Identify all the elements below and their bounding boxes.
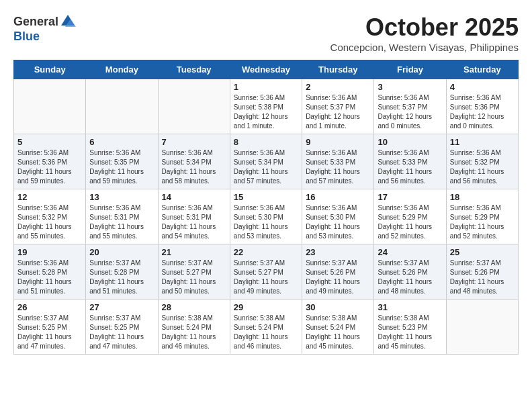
col-header-friday: Friday	[374, 60, 446, 79]
day-info: Sunrise: 5:36 AM Sunset: 5:32 PM Dayligh…	[450, 148, 515, 186]
calendar-cell: 5Sunrise: 5:36 AM Sunset: 5:36 PM Daylig…	[14, 134, 86, 189]
day-info: Sunrise: 5:37 AM Sunset: 5:26 PM Dayligh…	[450, 259, 515, 296]
calendar-cell: 2Sunrise: 5:36 AM Sunset: 5:37 PM Daylig…	[302, 79, 374, 134]
day-info: Sunrise: 5:36 AM Sunset: 5:30 PM Dayligh…	[306, 203, 370, 241]
day-info: Sunrise: 5:37 AM Sunset: 5:28 PM Dayligh…	[89, 259, 154, 296]
calendar-cell	[446, 300, 518, 355]
calendar-cell: 9Sunrise: 5:36 AM Sunset: 5:33 PM Daylig…	[302, 134, 374, 189]
day-number: 26	[17, 302, 82, 312]
calendar-cell: 16Sunrise: 5:36 AM Sunset: 5:30 PM Dayli…	[302, 189, 374, 244]
day-number: 16	[306, 192, 370, 202]
day-number: 3	[378, 82, 442, 92]
calendar-cell: 25Sunrise: 5:37 AM Sunset: 5:26 PM Dayli…	[446, 244, 518, 300]
calendar-cell: 12Sunrise: 5:36 AM Sunset: 5:32 PM Dayli…	[14, 189, 86, 244]
day-info: Sunrise: 5:36 AM Sunset: 5:36 PM Dayligh…	[17, 148, 82, 186]
day-info: Sunrise: 5:37 AM Sunset: 5:27 PM Dayligh…	[162, 259, 226, 296]
day-info: Sunrise: 5:36 AM Sunset: 5:35 PM Dayligh…	[89, 148, 154, 186]
col-header-thursday: Thursday	[302, 60, 374, 79]
calendar-cell: 19Sunrise: 5:36 AM Sunset: 5:28 PM Dayli…	[14, 244, 86, 300]
calendar-cell: 24Sunrise: 5:37 AM Sunset: 5:26 PM Dayli…	[374, 244, 446, 300]
calendar-cell: 10Sunrise: 5:36 AM Sunset: 5:33 PM Dayli…	[374, 134, 446, 189]
day-number: 17	[378, 192, 442, 202]
day-number: 6	[89, 137, 154, 147]
day-info: Sunrise: 5:36 AM Sunset: 5:31 PM Dayligh…	[89, 203, 154, 241]
day-number: 5	[17, 137, 82, 147]
day-number: 22	[234, 247, 298, 257]
calendar-cell: 20Sunrise: 5:37 AM Sunset: 5:28 PM Dayli…	[86, 244, 158, 300]
calendar-cell: 1Sunrise: 5:36 AM Sunset: 5:38 PM Daylig…	[230, 79, 302, 134]
day-number: 30	[306, 302, 370, 312]
day-number: 18	[450, 192, 515, 202]
calendar-cell: 15Sunrise: 5:36 AM Sunset: 5:30 PM Dayli…	[230, 189, 302, 244]
calendar-cell: 6Sunrise: 5:36 AM Sunset: 5:35 PM Daylig…	[86, 134, 158, 189]
day-number: 14	[162, 192, 226, 202]
day-number: 2	[306, 82, 370, 92]
day-number: 13	[89, 192, 154, 202]
day-number: 19	[17, 247, 82, 257]
week-row-4: 19Sunrise: 5:36 AM Sunset: 5:28 PM Dayli…	[14, 244, 519, 300]
day-number: 25	[450, 247, 515, 257]
week-row-3: 12Sunrise: 5:36 AM Sunset: 5:32 PM Dayli…	[14, 189, 519, 244]
logo-general: General	[13, 15, 58, 29]
calendar-cell: 13Sunrise: 5:36 AM Sunset: 5:31 PM Dayli…	[86, 189, 158, 244]
calendar-cell: 31Sunrise: 5:38 AM Sunset: 5:23 PM Dayli…	[374, 300, 446, 355]
calendar-cell: 14Sunrise: 5:36 AM Sunset: 5:31 PM Dayli…	[158, 189, 230, 244]
calendar-cell: 11Sunrise: 5:36 AM Sunset: 5:32 PM Dayli…	[446, 134, 518, 189]
day-info: Sunrise: 5:36 AM Sunset: 5:34 PM Dayligh…	[234, 148, 298, 186]
logo-blue: Blue	[13, 30, 40, 44]
week-row-1: 1Sunrise: 5:36 AM Sunset: 5:38 PM Daylig…	[14, 79, 519, 134]
day-info: Sunrise: 5:38 AM Sunset: 5:24 PM Dayligh…	[306, 314, 370, 351]
calendar-cell: 21Sunrise: 5:37 AM Sunset: 5:27 PM Dayli…	[158, 244, 230, 300]
calendar-cell: 4Sunrise: 5:36 AM Sunset: 5:36 PM Daylig…	[446, 79, 518, 134]
day-number: 9	[306, 137, 370, 147]
week-row-2: 5Sunrise: 5:36 AM Sunset: 5:36 PM Daylig…	[14, 134, 519, 189]
day-info: Sunrise: 5:36 AM Sunset: 5:31 PM Dayligh…	[162, 203, 226, 241]
calendar-cell: 3Sunrise: 5:36 AM Sunset: 5:37 PM Daylig…	[374, 79, 446, 134]
day-number: 10	[378, 137, 442, 147]
day-info: Sunrise: 5:36 AM Sunset: 5:32 PM Dayligh…	[17, 203, 82, 241]
day-number: 24	[378, 247, 442, 257]
day-info: Sunrise: 5:36 AM Sunset: 5:33 PM Dayligh…	[306, 148, 370, 186]
day-number: 8	[234, 137, 298, 147]
calendar-cell: 30Sunrise: 5:38 AM Sunset: 5:24 PM Dayli…	[302, 300, 374, 355]
day-info: Sunrise: 5:36 AM Sunset: 5:36 PM Dayligh…	[450, 93, 515, 131]
day-info: Sunrise: 5:37 AM Sunset: 5:26 PM Dayligh…	[306, 259, 370, 296]
logo: General Blue	[13, 13, 76, 44]
col-header-monday: Monday	[86, 60, 158, 79]
calendar-cell: 22Sunrise: 5:37 AM Sunset: 5:27 PM Dayli…	[230, 244, 302, 300]
col-header-saturday: Saturday	[446, 60, 518, 79]
day-number: 29	[234, 302, 298, 312]
day-number: 21	[162, 247, 226, 257]
day-number: 11	[450, 137, 515, 147]
day-info: Sunrise: 5:36 AM Sunset: 5:29 PM Dayligh…	[378, 203, 442, 241]
calendar-cell	[14, 79, 86, 134]
day-number: 15	[234, 192, 298, 202]
calendar-table: SundayMondayTuesdayWednesdayThursdayFrid…	[13, 60, 519, 355]
day-info: Sunrise: 5:38 AM Sunset: 5:24 PM Dayligh…	[162, 314, 226, 351]
location-subtitle: Concepcion, Western Visayas, Philippines	[330, 42, 519, 53]
month-title: October 2025	[330, 13, 519, 42]
day-info: Sunrise: 5:36 AM Sunset: 5:38 PM Dayligh…	[234, 93, 298, 131]
day-info: Sunrise: 5:36 AM Sunset: 5:37 PM Dayligh…	[306, 93, 370, 131]
day-info: Sunrise: 5:36 AM Sunset: 5:37 PM Dayligh…	[378, 93, 442, 131]
day-info: Sunrise: 5:36 AM Sunset: 5:30 PM Dayligh…	[234, 203, 298, 241]
calendar-cell: 7Sunrise: 5:36 AM Sunset: 5:34 PM Daylig…	[158, 134, 230, 189]
day-number: 23	[306, 247, 370, 257]
calendar-cell: 26Sunrise: 5:37 AM Sunset: 5:25 PM Dayli…	[14, 300, 86, 355]
day-info: Sunrise: 5:36 AM Sunset: 5:33 PM Dayligh…	[378, 148, 442, 186]
day-info: Sunrise: 5:36 AM Sunset: 5:28 PM Dayligh…	[17, 259, 82, 296]
header-row: SundayMondayTuesdayWednesdayThursdayFrid…	[14, 60, 519, 79]
day-info: Sunrise: 5:37 AM Sunset: 5:26 PM Dayligh…	[378, 259, 442, 296]
day-info: Sunrise: 5:38 AM Sunset: 5:24 PM Dayligh…	[234, 314, 298, 351]
day-info: Sunrise: 5:37 AM Sunset: 5:27 PM Dayligh…	[234, 259, 298, 296]
day-number: 1	[234, 82, 298, 92]
day-info: Sunrise: 5:37 AM Sunset: 5:25 PM Dayligh…	[17, 314, 82, 351]
calendar-cell	[86, 79, 158, 134]
col-header-tuesday: Tuesday	[158, 60, 230, 79]
week-row-5: 26Sunrise: 5:37 AM Sunset: 5:25 PM Dayli…	[14, 300, 519, 355]
day-info: Sunrise: 5:37 AM Sunset: 5:25 PM Dayligh…	[89, 314, 154, 351]
calendar-cell: 18Sunrise: 5:36 AM Sunset: 5:29 PM Dayli…	[446, 189, 518, 244]
calendar-cell: 17Sunrise: 5:36 AM Sunset: 5:29 PM Dayli…	[374, 189, 446, 244]
logo-icon	[60, 13, 76, 30]
calendar-cell: 8Sunrise: 5:36 AM Sunset: 5:34 PM Daylig…	[230, 134, 302, 189]
